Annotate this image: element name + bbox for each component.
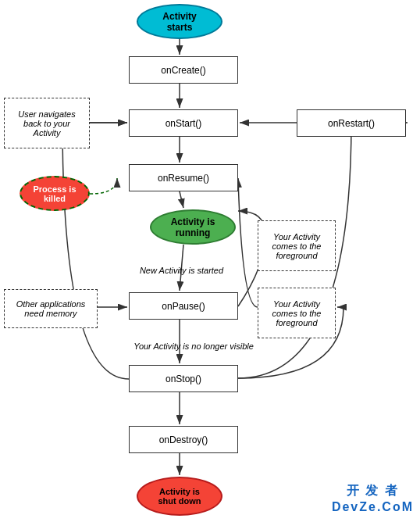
process-killed-label: Process is killed — [33, 184, 76, 203]
no-longer-visible-label: Your Activity is no longer visible — [116, 338, 272, 355]
other-apps-label: Other applications need memory — [4, 289, 98, 328]
activity-running-label: Activity is running — [171, 216, 215, 238]
onstart-label: onStart() — [166, 118, 202, 129]
oncreate-node: onCreate() — [129, 56, 238, 84]
onrestart-node: onRestart() — [297, 109, 406, 137]
activity-starts-label: Activity starts — [162, 11, 196, 33]
activity-shutdown-label: Activity is shut down — [158, 487, 201, 506]
activity-running-node: Activity is running — [150, 209, 236, 245]
user-navigates-label: User navigates back to your Activity — [4, 98, 90, 148]
onresume-label: onResume() — [158, 173, 209, 184]
ondestroy-label: onDestroy() — [159, 434, 208, 445]
onresume-node: onResume() — [129, 164, 238, 191]
onpause-node: onPause() — [129, 292, 238, 320]
process-killed-node: Process is killed — [20, 176, 90, 211]
onstop-label: onStop() — [166, 374, 201, 384]
foreground-top-label: Your Activity comes to the foreground — [258, 220, 336, 271]
activity-starts-node: Activity starts — [137, 4, 222, 39]
onstart-node: onStart() — [129, 109, 238, 137]
onrestart-label: onRestart() — [328, 118, 375, 129]
oncreate-label: onCreate() — [161, 65, 205, 76]
new-activity-label: New Activity is started — [121, 262, 242, 279]
foreground-bottom-label: Your Activity comes to the foreground — [258, 288, 336, 338]
activity-lifecycle-diagram: Activity starts onCreate() onStart() onR… — [0, 0, 420, 522]
onstop-node: onStop() — [129, 365, 238, 392]
ondestroy-node: onDestroy() — [129, 426, 238, 453]
onpause-label: onPause() — [162, 301, 205, 312]
activity-shutdown-node: Activity is shut down — [137, 477, 222, 516]
svg-line-4 — [180, 191, 183, 208]
watermark: 开 发 者DevZe.CoM — [332, 483, 414, 516]
